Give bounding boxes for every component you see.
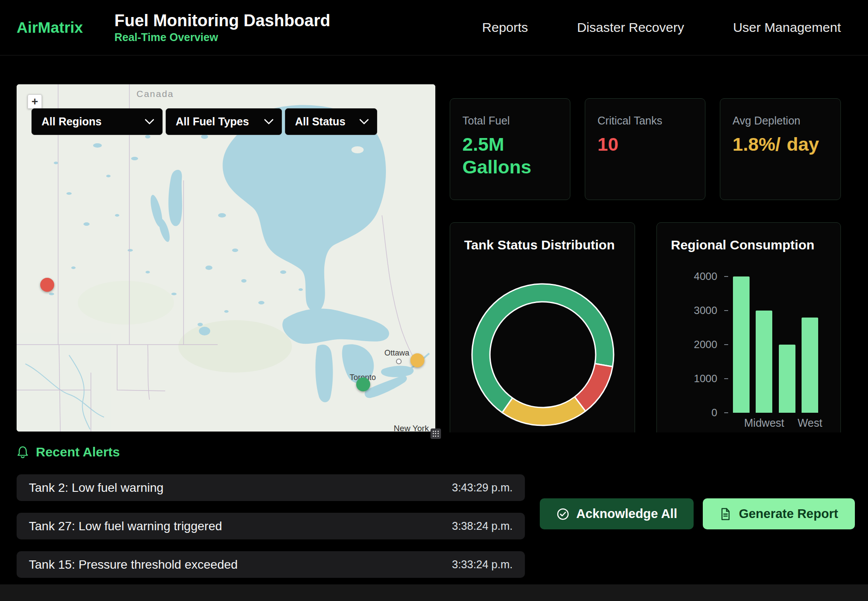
stat-value: 10 [597, 133, 693, 156]
y-tick-mark [724, 344, 728, 345]
regional-consumption-bar-chart: 01000200030004000MidwestWest [657, 223, 840, 466]
y-tick-label: 2000 [669, 338, 717, 351]
alert-row[interactable]: Tank 27: Low fuel warning triggered 3:38… [17, 513, 525, 539]
recent-alerts-section: Recent Alerts Tank 2: Low fuel warning 3… [0, 432, 868, 601]
stat-label: Avg Depletion [733, 114, 828, 127]
alerts-heading: Recent Alerts [17, 445, 120, 459]
stat-label: Total Fuel [462, 114, 558, 127]
region-filter-dropdown[interactable]: All Regions [31, 108, 163, 135]
alert-message: Tank 27: Low fuel warning triggered [29, 519, 222, 533]
header: AirMatrix Fuel Monitoring Dashboard Real… [0, 0, 868, 55]
check-circle-icon [556, 508, 569, 521]
stat-value: 2.5M Gallons [462, 133, 558, 178]
status-filter-value: All Status [295, 115, 345, 128]
donut-segment-warning [502, 397, 585, 425]
fuel-type-filter-dropdown[interactable]: All Fuel Types [166, 108, 282, 135]
document-icon [719, 508, 732, 521]
y-tick-label: 4000 [669, 270, 717, 283]
title-block: Fuel Monitoring Dashboard Real-Time Over… [115, 12, 330, 43]
stat-card-total-fuel: Total Fuel 2.5M Gallons [450, 98, 570, 200]
stat-value: 1.8%/ day [733, 133, 828, 156]
bar-west [802, 318, 818, 413]
bar-midwest [756, 311, 772, 413]
warning-tank-marker[interactable] [410, 353, 424, 367]
critical-tank-marker[interactable] [40, 278, 54, 292]
generate-report-label: Generate Report [739, 507, 838, 521]
page-title: Fuel Monitoring Dashboard [115, 12, 330, 29]
normal-tank-marker[interactable] [356, 377, 370, 391]
y-tick-label: 3000 [669, 304, 717, 317]
regional-consumption-card: Regional Consumption 01000200030004000Mi… [656, 222, 841, 467]
chevron-down-icon [145, 119, 154, 124]
tank-status-distribution-card: Tank Status Distribution [450, 222, 635, 467]
bell-icon [17, 446, 29, 459]
map-filter-bar: All Regions All Fuel Types All Status [31, 108, 377, 135]
status-filter-dropdown[interactable]: All Status [285, 108, 377, 135]
y-tick-label: 0 [669, 407, 717, 419]
chevron-down-icon [359, 119, 369, 124]
stat-label: Critical Tanks [597, 114, 693, 127]
alert-row[interactable]: Tank 15: Pressure threshold exceeded 3:3… [17, 551, 525, 578]
nav-disaster-recovery[interactable]: Disaster Recovery [577, 20, 684, 35]
alert-message: Tank 2: Low fuel warning [29, 481, 163, 495]
nav-user-management[interactable]: User Management [733, 20, 841, 35]
alert-time: 3:33:24 p.m. [452, 558, 513, 571]
y-tick-mark [724, 412, 728, 413]
main-nav: Reports Disaster Recovery User Managemen… [482, 20, 868, 35]
y-tick-mark [724, 276, 728, 277]
acknowledge-all-button[interactable]: Acknowledge All [540, 498, 694, 529]
map-resize-handle[interactable] [431, 428, 441, 439]
app-root: AirMatrix Fuel Monitoring Dashboard Real… [0, 0, 868, 601]
bar-south [779, 345, 795, 413]
alert-row[interactable]: Tank 2: Low fuel warning 3:43:29 p.m. [17, 474, 525, 501]
map-canvas [17, 84, 435, 432]
acknowledge-all-label: Acknowledge All [576, 507, 677, 521]
fuel-tank-map[interactable]: Canada Ottawa Toronto New York + All Reg… [17, 84, 435, 432]
y-tick-mark [724, 378, 728, 379]
y-tick-label: 1000 [669, 373, 717, 385]
tank-status-donut-chart [450, 223, 635, 467]
x-tick-label: West [779, 417, 840, 429]
stat-card-critical-tanks: Critical Tanks 10 [585, 98, 705, 200]
ottawa-city-dot [396, 359, 402, 364]
nav-reports[interactable]: Reports [482, 20, 528, 35]
region-filter-value: All Regions [42, 115, 102, 128]
stat-card-avg-depletion: Avg Depletion 1.8%/ day [720, 98, 841, 200]
bar-northeast [733, 276, 750, 413]
footer-bar [0, 584, 868, 601]
alert-time: 3:38:24 p.m. [452, 520, 513, 532]
fuel-type-filter-value: All Fuel Types [176, 115, 249, 128]
alert-message: Tank 15: Pressure threshold exceeded [29, 558, 238, 572]
generate-report-button[interactable]: Generate Report [703, 498, 855, 529]
chevron-down-icon [264, 119, 274, 124]
map-zoom-in-button[interactable]: + [28, 94, 42, 109]
alerts-title: Recent Alerts [36, 445, 120, 459]
alert-time: 3:43:29 p.m. [452, 481, 513, 494]
y-tick-mark [724, 310, 728, 311]
brand-logo[interactable]: AirMatrix [17, 19, 83, 36]
page-subtitle: Real-Time Overview [115, 32, 330, 43]
